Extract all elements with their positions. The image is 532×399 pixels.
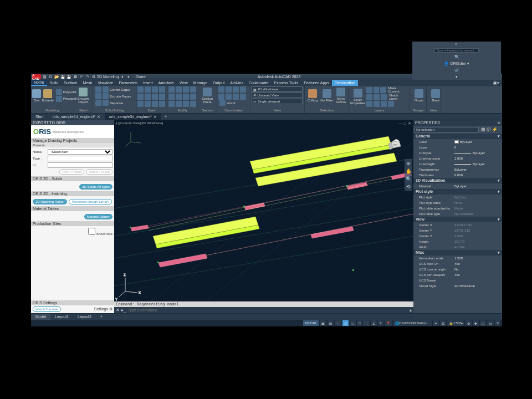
delete-project-button[interactable]: Delete Project — [86, 169, 112, 175]
pan-icon[interactable]: ✋ — [406, 168, 412, 174]
otrack-toggle[interactable]: ∠ — [371, 320, 377, 326]
selection-combo[interactable]: No selection — [415, 127, 479, 132]
steering-wheel-icon[interactable]: ⊕ — [406, 161, 411, 166]
cat-misc[interactable]: Misc▾ — [413, 250, 502, 255]
osnap-toggle[interactable]: □ — [357, 320, 362, 326]
search-icon[interactable]: 🔍 — [454, 55, 459, 59]
ellipse-icon[interactable] — [145, 94, 151, 100]
3dosnap-toggle[interactable]: ⬚ — [363, 320, 370, 326]
saveas-icon[interactable]: 💾 — [66, 74, 71, 79]
region-icon[interactable] — [145, 101, 151, 107]
coord-system[interactable]: 🌐 OSGB1936.Nation... — [393, 320, 432, 326]
project-name-select[interactable]: Select Item — [48, 149, 112, 155]
tab-layout1[interactable]: Layout1 — [50, 314, 73, 320]
open-project-button[interactable]: Open Project — [59, 169, 84, 175]
watch-tutorials-button[interactable]: Watch Tutorials — [33, 306, 61, 312]
tab-addins[interactable]: Add-ins — [227, 80, 246, 86]
quick-select-icon[interactable]: ⚡ — [492, 127, 498, 132]
tab-collaborate[interactable]: Collaborate — [246, 80, 272, 86]
autodesk-app-icon[interactable]: 🛒 — [454, 68, 459, 73]
material-library-button[interactable]: Material Library — [84, 214, 112, 219]
ucs-icon[interactable] — [218, 86, 224, 93]
tab-insert[interactable]: Insert — [140, 80, 156, 86]
filter-button[interactable]: No Filter — [320, 86, 334, 104]
menu-icon[interactable]: ▤ — [42, 74, 47, 79]
smooth-object-button[interactable]: Smooth Object — [75, 86, 91, 104]
orbit-icon[interactable]: ⟲ — [406, 184, 411, 190]
group-button[interactable]: Group — [411, 86, 427, 104]
tab-express[interactable]: Express Tools — [272, 80, 301, 86]
tab-annotate[interactable]: Annotate — [156, 80, 177, 86]
tab-mesh[interactable]: Mesh — [80, 80, 95, 86]
cat-view[interactable]: View▾ — [413, 217, 502, 222]
gear-icon[interactable]: ⚙ — [466, 320, 472, 326]
spline-icon[interactable] — [159, 94, 165, 100]
rotate-icon[interactable] — [176, 86, 182, 93]
clean-screen-icon[interactable]: ▭ — [487, 320, 494, 326]
undo-icon[interactable]: ↶ — [79, 74, 84, 79]
tab-doc1[interactable]: oris_sample2d_england*✕ — [48, 114, 105, 120]
redo-icon[interactable]: ↷ — [85, 74, 90, 79]
project-type-input[interactable] — [48, 156, 112, 161]
customize-icon[interactable]: ≡ — [495, 320, 500, 326]
showhide-checkbox[interactable] — [88, 228, 95, 235]
workspace-label[interactable]: 3D Modeling — [97, 75, 119, 79]
save-icon[interactable]: 💾 — [60, 74, 65, 79]
snap-toggle[interactable]: ⊞ — [328, 320, 334, 326]
arc-icon[interactable] — [159, 86, 165, 93]
tab-view[interactable]: View — [177, 80, 191, 86]
close-tab-icon[interactable]: ✕ — [154, 115, 157, 119]
annoscale-icon[interactable]: ▲ — [433, 320, 439, 326]
select-objects-icon[interactable]: ◱ — [487, 127, 491, 132]
lineweight-toggle[interactable]: ≡ — [378, 320, 383, 326]
plot-icon[interactable]: 🖶 — [73, 74, 78, 79]
geomarker-icon[interactable]: 📍 — [385, 320, 392, 326]
tab-parametric[interactable]: Parametric — [116, 80, 140, 86]
pickadd-icon[interactable]: ▦ — [481, 127, 485, 132]
culling-button[interactable]: Culling — [306, 86, 319, 104]
dropdown-icon[interactable]: ▾ — [120, 74, 125, 79]
isodraft-toggle[interactable]: ◇ — [350, 320, 356, 326]
copy-icon[interactable] — [168, 94, 175, 100]
fillet-icon[interactable] — [183, 94, 189, 100]
trim-icon[interactable] — [183, 86, 189, 93]
circle-icon[interactable] — [152, 86, 158, 93]
cat-plot-style[interactable]: Plot style▾ — [413, 189, 502, 195]
workspace-gear-icon[interactable]: ⚙ — [91, 74, 96, 79]
new-tab-button[interactable]: + — [161, 115, 170, 119]
cat-3d-visualization[interactable]: 3D Visualization▾ — [413, 178, 502, 183]
viewport-config-combo[interactable]: ▭ Single viewport — [252, 99, 303, 104]
erase-icon[interactable] — [190, 86, 196, 93]
tab-home[interactable]: Home — [31, 80, 47, 86]
polar-toggle[interactable]: ⊙ — [342, 320, 349, 326]
pavement-library-button[interactable]: Pavement Design Library — [69, 199, 111, 204]
move-icon[interactable] — [168, 86, 175, 93]
hardware-accel-icon[interactable]: ⊡ — [480, 320, 486, 326]
app-icon[interactable]: A CAD — [32, 74, 41, 79]
polyline-icon[interactable] — [145, 86, 151, 93]
3d-solids-button[interactable]: 3D Solids All types — [79, 184, 112, 190]
command-history-icon[interactable]: ▴ — [410, 308, 412, 313]
hatching-option-button[interactable]: 2D Hatching Option — [33, 199, 67, 204]
line-icon[interactable] — [137, 86, 144, 93]
tab-output[interactable]: Output — [210, 80, 227, 86]
open-icon[interactable]: 📂 — [54, 74, 59, 79]
tab-doc2[interactable]: oris_sample3d_england*✕ — [105, 114, 161, 120]
base-view-button[interactable]: Base — [428, 86, 443, 104]
new-icon[interactable]: 🗋 — [48, 74, 53, 79]
stretch-icon[interactable] — [168, 101, 175, 107]
settings-button[interactable]: Settings ⚙ — [94, 307, 112, 311]
hatch-icon[interactable] — [152, 94, 158, 100]
donut-icon[interactable] — [159, 101, 165, 107]
close-tab-icon[interactable]: ✕ — [97, 115, 100, 119]
view-cube[interactable]: TOP — [387, 137, 403, 154]
separate-button[interactable]: Separate — [94, 100, 135, 106]
tab-layout2[interactable]: Layout2 — [73, 314, 96, 320]
drawing-canvas[interactable]: [-][Custom View][2D Wireframe] — □ ✕ — [114, 120, 413, 313]
new-layout-button[interactable]: + — [96, 314, 107, 320]
gizmo-button[interactable]: Move Gizmo — [334, 86, 347, 104]
extrude-button[interactable]: Extrude — [42, 86, 54, 104]
tab-geolocation[interactable]: Geolocation — [332, 80, 358, 86]
layer-properties-button[interactable]: Layer Properties — [350, 88, 365, 106]
section-plane-button[interactable]: Section Plane — [200, 86, 215, 104]
